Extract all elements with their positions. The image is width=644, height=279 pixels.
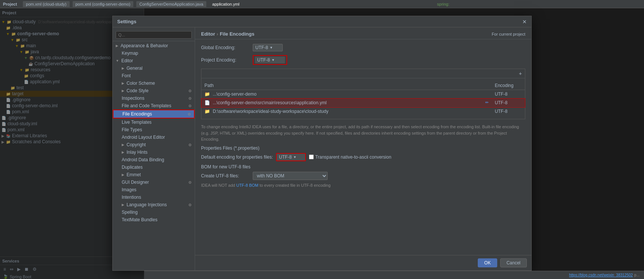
dropdown-arrow-icon: ▼ [270, 46, 273, 50]
nav-item-label: TextMate Bundles [122, 217, 157, 222]
table-row[interactable]: 📁 D:\software\workspace\ideal-study-work… [201, 107, 525, 116]
encoding-table-container: + Path Encoding [201, 69, 525, 119]
gear-icon: ⚙ [188, 104, 192, 108]
settings-nav: ▶ Appearance & Behavior Keymap ▼ Editor [113, 27, 195, 270]
dialog-close-btn[interactable]: ✕ [522, 19, 527, 25]
properties-encoding-value: UTF-8 [279, 154, 292, 160]
editor-content-hint: spring: [246, 2, 641, 6]
cancel-button[interactable]: Cancel [500, 258, 527, 267]
dropdown-arrow-icon: ▼ [271, 58, 275, 62]
global-encoding-select[interactable]: UTF-8 ▼ [253, 44, 283, 51]
gear-icon: ⚙ [188, 112, 191, 116]
bom-select[interactable]: with NO BOM with BOM with BOM (always) [253, 172, 328, 180]
nav-item-keymap[interactable]: Keymap [113, 50, 195, 57]
transparent-checkbox[interactable] [309, 154, 314, 159]
content-header: Editor › File Encodings For current proj… [195, 27, 531, 39]
gear-icon: ⚙ [188, 180, 192, 184]
project-encoding-wrapper: UTF-8 ▼ [253, 55, 287, 65]
nav-item-appearance[interactable]: ▶ Appearance & Behavior [113, 42, 195, 50]
expand-arrow-icon: ▶ [122, 150, 124, 154]
nav-item-images[interactable]: Images [113, 186, 195, 194]
nav-item-livetemplates[interactable]: Live Templates [113, 118, 195, 126]
bom-note: IDEA will NOT add UTF-8 BOM to every cre… [201, 183, 525, 188]
gear-icon: ⚙ [188, 203, 192, 207]
project-encoding-label: Project Encoding: [201, 57, 250, 63]
gear-icon: ⚙ [188, 143, 192, 147]
encoding-cell: UTF-8 [492, 90, 525, 99]
global-encoding-row: Global Encoding: UTF-8 ▼ [201, 44, 525, 51]
encoding-column-header: Encoding [492, 81, 525, 90]
nav-item-label: Inspections [122, 96, 145, 101]
global-encoding-value: UTF-8 [255, 45, 268, 50]
nav-item-general[interactable]: ▶ General [113, 64, 195, 72]
transparent-checkbox-label: Transparent native-to-ascii conversion [309, 154, 391, 160]
tab-pom-config[interactable]: pom.xml (config-server-demo) [73, 1, 134, 7]
nav-item-label: Spelling [122, 210, 138, 215]
bom-row: Create UTF-8 files: with NO BOM with BOM… [201, 172, 525, 180]
nav-item-inspections[interactable]: Inspections ⚙ [113, 94, 195, 102]
expand-arrow-icon: ▶ [122, 89, 124, 93]
for-current-project-btn[interactable]: For current project [492, 32, 525, 36]
add-encoding-btn[interactable]: + [517, 70, 523, 77]
tab-bar: Project pom.xml (cloud-study) pom.xml (c… [0, 0, 644, 8]
expand-arrow-icon: ▶ [122, 81, 124, 85]
encoding-cell: UTF-8 [492, 107, 525, 116]
table-row-highlighted[interactable]: 📄 ...\config-server-demo\src\main\resour… [201, 99, 525, 107]
tab-application-yml[interactable]: application.yml [209, 1, 243, 7]
status-url-link[interactable]: https://blog.csdn.net/weixin_38312502 [569, 273, 633, 277]
encoding-cell: UTF-8 [492, 99, 525, 107]
nav-item-fileencodings[interactable]: File Encodings ⚙ [113, 110, 195, 118]
nav-item-textmatebundles[interactable]: TextMate Bundles [113, 216, 195, 224]
nav-item-emmet[interactable]: ▶ Emmet [113, 171, 195, 178]
dialog-body: ▶ Appearance & Behavior Keymap ▼ Editor [113, 27, 531, 270]
expand-arrow-icon: ▶ [116, 44, 118, 48]
path-value: D:\software\workspace\ideal-study-worksp… [213, 109, 328, 114]
nav-item-inlayhints[interactable]: ▶ Inlay Hints [113, 148, 195, 156]
nav-item-label: Font [122, 73, 131, 78]
properties-encoding-select[interactable]: UTF-8 ▼ [276, 153, 306, 161]
nav-search-input[interactable] [116, 31, 192, 39]
nav-item-spelling[interactable]: Spelling [113, 208, 195, 216]
nav-item-colorscheme[interactable]: ▶ Color Scheme [113, 80, 195, 87]
nav-item-androidlayouteditor[interactable]: Android Layout Editor [113, 134, 195, 141]
nav-item-font[interactable]: Font [113, 72, 195, 80]
nav-item-intentions[interactable]: Intentions [113, 194, 195, 201]
path-cell: 📁 D:\software\workspace\ideal-study-work… [201, 107, 492, 116]
nav-item-label: File and Code Templates [122, 103, 171, 108]
ok-button[interactable]: OK [478, 258, 497, 267]
breadcrumb: Editor › File Encodings [201, 31, 254, 37]
dialog-titlebar: Settings ✕ [113, 16, 531, 27]
nav-item-editor[interactable]: ▼ Editor [113, 57, 195, 64]
expand-arrow-icon: ▶ [122, 143, 124, 147]
properties-row: Default encoding for properties files: U… [201, 153, 525, 161]
nav-item-label: File Encodings [122, 111, 152, 117]
nav-item-languageinjections[interactable]: ▶ Language Injections ⚙ [113, 201, 195, 208]
nav-item-label: Live Templates [122, 120, 152, 125]
status-suffix: p... [634, 273, 640, 277]
nav-section: ▶ Appearance & Behavior Keymap ▼ Editor [113, 41, 195, 224]
tab-configserver-java[interactable]: ConfigServerDemoApplication.java [136, 1, 206, 7]
table-row[interactable]: 📁 ...\config-server-demo UTF-8 [201, 90, 525, 99]
project-encoding-select[interactable]: UTF-8 ▼ [255, 57, 285, 63]
nav-item-copyright[interactable]: ▶ Copyright ⚙ [113, 141, 195, 148]
nav-item-filetypes[interactable]: File Types [113, 126, 195, 134]
breadcrumb-sep: › [217, 31, 218, 37]
description-text: To change encoding IntelliJ IDEA uses fo… [201, 124, 525, 142]
dialog-title: Settings [117, 19, 136, 24]
bom-label: Create UTF-8 files: [201, 173, 250, 178]
nav-item-androiddatabinding[interactable]: Android Data Binding [113, 156, 195, 164]
nav-item-duplicates[interactable]: Duplicates [113, 164, 195, 171]
settings-content: Editor › File Encodings For current proj… [195, 27, 531, 270]
nav-item-label: Android Layout Editor [122, 135, 165, 140]
nav-item-guidesigner[interactable]: GUI Designer ⚙ [113, 178, 195, 186]
expand-arrow-icon: ▶ [122, 66, 124, 70]
utf8-bom-link[interactable]: UTF-8 BOM [236, 183, 258, 188]
nav-item-label: Inlay Hints [127, 150, 148, 155]
nav-item-label: Keymap [122, 51, 138, 56]
tab-pom-cloud[interactable]: pom.xml (cloud-study) [23, 1, 69, 7]
nav-item-filecodetemplates[interactable]: File and Code Templates ⚙ [113, 102, 195, 110]
folder-icon: 📁 [204, 109, 210, 114]
project-encoding-value: UTF-8 [257, 57, 270, 63]
nav-item-codestyle[interactable]: ▶ Code Style ⚙ [113, 87, 195, 94]
breadcrumb-editor: Editor [201, 31, 215, 37]
